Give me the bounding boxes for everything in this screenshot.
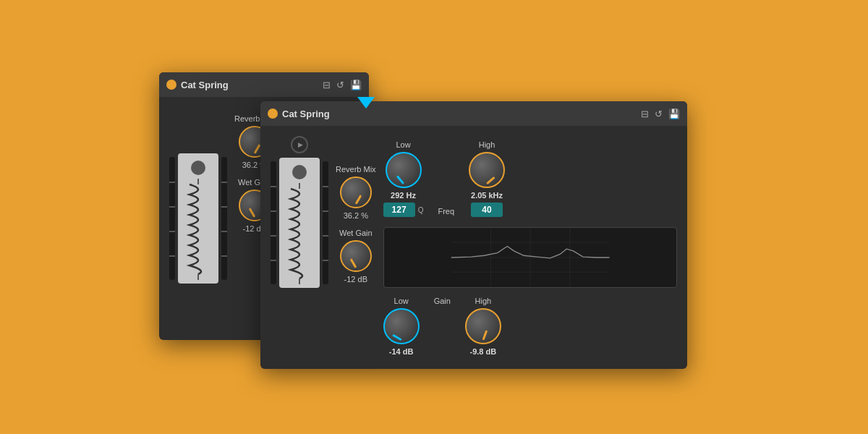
large-plugin-window: Cat Spring ⊟ ↺ 💾 ▶ <box>260 101 687 369</box>
small-spring-section <box>169 107 227 330</box>
large-reverb-group: Reverb Mix 36.2 % <box>336 165 376 220</box>
eq-high-col: High 2.05 kHz <box>469 140 505 217</box>
eq-section: Low 292 Hz Q Freq High 2.05 <box>383 136 677 359</box>
eq-freq-label: Freq <box>438 207 454 216</box>
eq-low-freq-value: 292 Hz <box>391 191 416 200</box>
small-refresh-icon[interactable]: ↺ <box>336 80 344 90</box>
large-spring-display <box>279 158 320 288</box>
large-title-dot[interactable] <box>268 109 278 119</box>
eq-low-q-input[interactable] <box>383 203 415 217</box>
large-reverb-label: Reverb Mix <box>336 165 376 174</box>
small-window-icon[interactable]: ⊟ <box>323 80 331 90</box>
small-title-text: Cat Spring <box>181 80 318 90</box>
eq-low-gain-col: Low -14 dB <box>383 297 420 356</box>
eq-freq-center: Freq <box>438 140 454 217</box>
eq-gain-row: Low -14 dB Gain High -9.8 dB <box>383 294 677 359</box>
small-save-icon[interactable]: 💾 <box>350 80 362 90</box>
play-icon: ▶ <box>298 141 303 148</box>
large-wetgain-label: Wet Gain <box>339 229 373 237</box>
large-wetgain-knob[interactable] <box>340 240 372 272</box>
large-window-icon[interactable]: ⊟ <box>641 109 649 119</box>
eq-high-q-input[interactable] <box>471 203 503 217</box>
eq-high-gain-label: High <box>475 297 492 305</box>
eq-high-label: High <box>479 140 495 149</box>
small-spring-svg <box>185 179 211 280</box>
eq-low-label: Low <box>396 140 410 149</box>
small-title-dot[interactable] <box>166 80 176 90</box>
dropdown-arrow[interactable] <box>357 97 375 109</box>
eq-low-gain-value: -14 dB <box>389 347 414 356</box>
eq-display <box>383 227 677 288</box>
large-left-fader[interactable] <box>271 161 276 284</box>
large-wetgain-group: Wet Gain -12 dB <box>336 229 376 284</box>
large-spring-section <box>271 158 328 288</box>
large-controls: Reverb Mix 36.2 % Wet Gain -12 dB <box>336 158 376 359</box>
large-title-text: Cat Spring <box>282 109 637 119</box>
small-title-bar: Cat Spring ⊟ ↺ 💾 <box>159 72 369 97</box>
eq-low-gain-label: Low <box>394 297 409 305</box>
large-reverb-value: 36.2 % <box>344 211 368 220</box>
small-right-fader[interactable] <box>221 157 227 280</box>
small-spring-display <box>178 153 218 284</box>
large-spring-svg <box>286 183 312 284</box>
small-left-fader[interactable] <box>169 157 175 280</box>
large-reverb-knob[interactable] <box>340 176 372 208</box>
eq-gain-label: Gain <box>434 297 451 305</box>
eq-gain-center: Gain <box>434 297 451 307</box>
eq-freq-row: Low 292 Hz Q Freq High 2.05 <box>383 136 677 221</box>
eq-low-freq-knob[interactable] <box>386 152 422 188</box>
large-right-fader[interactable] <box>323 161 328 284</box>
eq-q-label: Q <box>418 206 424 214</box>
eq-high-freq-knob[interactable] <box>469 152 505 188</box>
eq-low-col: Low 292 Hz Q <box>383 140 424 217</box>
large-plugin-body: ▶ <box>260 126 687 369</box>
eq-high-gain-value: -9.8 dB <box>470 347 497 356</box>
large-title-bar: Cat Spring ⊟ ↺ 💾 <box>260 101 687 126</box>
large-wetgain-value: -12 dB <box>344 275 367 284</box>
large-refresh-icon[interactable]: ↺ <box>655 109 663 119</box>
play-button[interactable]: ▶ <box>291 136 308 153</box>
eq-high-freq-value: 2.05 kHz <box>471 191 503 200</box>
eq-high-gain-col: High -9.8 dB <box>465 297 501 356</box>
eq-high-gain-knob[interactable] <box>465 308 501 344</box>
large-save-icon[interactable]: 💾 <box>668 109 680 119</box>
eq-graph-svg <box>384 228 676 287</box>
eq-low-gain-knob[interactable] <box>383 308 420 344</box>
